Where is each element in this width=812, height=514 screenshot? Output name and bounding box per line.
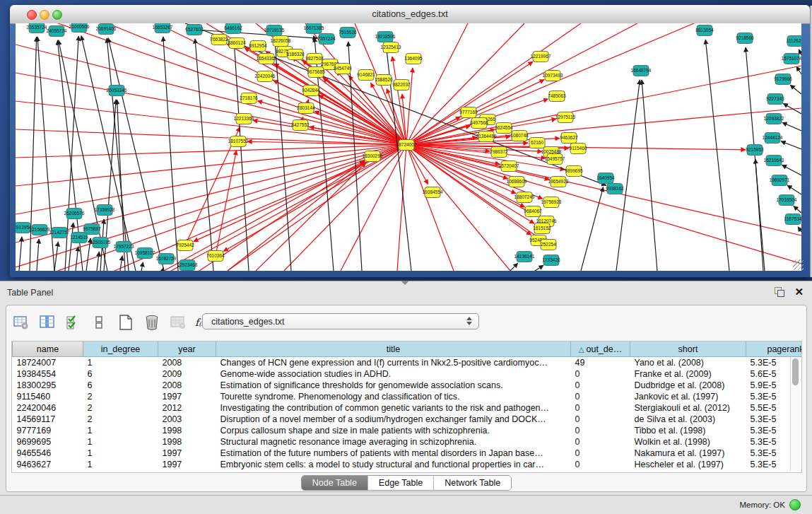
- table-cell[interactable]: Disruption of a novel member of a sodium…: [216, 414, 571, 425]
- network-edge[interactable]: [642, 80, 657, 271]
- table-cell[interactable]: 1997: [158, 459, 216, 470]
- table-cell[interactable]: 14569117: [13, 414, 83, 425]
- table-row[interactable]: 946554611997Estimation of the future num…: [13, 448, 803, 459]
- network-node[interactable]: 12219967: [531, 52, 551, 62]
- table-cell[interactable]: Tourette syndrome. Phenomenology and cla…: [216, 391, 571, 402]
- network-node[interactable]: 16648794: [631, 66, 652, 76]
- network-edge[interactable]: [782, 122, 801, 131]
- network-node[interactable]: 20691406: [96, 24, 117, 35]
- table-cell[interactable]: Franke et al. (2009): [630, 368, 746, 380]
- network-node[interactable]: 15751074: [782, 54, 801, 64]
- network-edge[interactable]: [787, 185, 801, 194]
- network-node[interactable]: 26206576: [64, 209, 85, 219]
- table-cell[interactable]: 0: [571, 402, 630, 414]
- network-node[interactable]: 9115460: [570, 144, 587, 154]
- network-node[interactable]: 10653267: [153, 23, 173, 33]
- network-edge[interactable]: [406, 23, 694, 145]
- network-edge[interactable]: [216, 151, 236, 256]
- table-cell[interactable]: 2008: [158, 357, 216, 369]
- table-cell[interactable]: 9463627: [13, 459, 83, 470]
- network-edge[interactable]: [163, 37, 178, 271]
- column-header-short[interactable]: short: [630, 341, 746, 357]
- column-header-name[interactable]: name: [13, 341, 83, 357]
- network-node[interactable]: 12142757: [49, 228, 70, 238]
- network-node[interactable]: 1640954: [596, 173, 615, 184]
- network-node[interactable]: 7925442: [176, 240, 194, 251]
- network-node[interactable]: 18107552: [228, 136, 249, 147]
- network-node[interactable]: 18226058: [271, 36, 291, 47]
- table-cell[interactable]: 2008: [158, 380, 216, 391]
- tab-edge-table[interactable]: Edge Table: [368, 476, 434, 490]
- table-cell[interactable]: Hescheler et al. (1997): [630, 459, 746, 470]
- network-node[interactable]: 17957223: [114, 242, 134, 252]
- network-node[interactable]: 15720407: [499, 161, 519, 172]
- network-node[interactable]: 1615152: [533, 223, 551, 234]
- column-header-in_degree[interactable]: in_degree: [83, 341, 158, 357]
- table-cell[interactable]: 18300295: [13, 380, 83, 391]
- window-titlebar[interactable]: citations_edges.txt: [10, 5, 810, 24]
- network-node[interactable]: 19892971: [770, 175, 790, 186]
- network-node[interactable]: 1364095: [404, 54, 423, 64]
- network-node[interactable]: 16543362: [257, 54, 277, 64]
- network-edge[interactable]: [406, 145, 801, 264]
- table-cell[interactable]: Dudbridge et al. (2008): [630, 380, 746, 391]
- network-node[interactable]: 21060506: [69, 23, 90, 33]
- network-edge[interactable]: [406, 66, 801, 145]
- network-edge[interactable]: [581, 187, 604, 271]
- table-cell[interactable]: 0: [571, 448, 630, 459]
- network-edge[interactable]: [535, 265, 543, 271]
- network-node[interactable]: 9227343: [766, 94, 784, 105]
- table-settings-icon[interactable]: [12, 313, 30, 332]
- network-node[interactable]: 7357224: [317, 34, 336, 45]
- network-node[interactable]: 17359928: [95, 205, 115, 216]
- table-cell[interactable]: 2012: [158, 402, 216, 414]
- network-node[interactable]: 9129966: [774, 74, 792, 85]
- tab-network-table[interactable]: Network Table: [434, 476, 511, 490]
- network-edge[interactable]: [76, 247, 78, 271]
- network-node[interactable]: 7485063: [548, 91, 566, 102]
- network-node[interactable]: 20535724: [27, 23, 47, 33]
- table-cell[interactable]: Estimation of significance thresholds fo…: [216, 380, 571, 391]
- network-node[interactable]: 9146821: [357, 70, 375, 81]
- network-node[interactable]: 9938162: [606, 184, 624, 194]
- select-column-icon[interactable]: [38, 313, 57, 332]
- network-node[interactable]: 9675685: [307, 67, 325, 78]
- table-scrollbar-thumb[interactable]: [792, 358, 799, 385]
- network-node[interactable]: 9463627: [560, 133, 578, 144]
- table-cell[interactable]: Investigating the contribution of common…: [216, 402, 571, 414]
- unselect-all-icon[interactable]: [90, 313, 109, 332]
- network-node[interactable]: 7986372: [490, 147, 508, 158]
- network-node[interactable]: 16782759: [156, 254, 177, 264]
- table-cell[interactable]: Changes of HCN gene expression and I(f) …: [216, 357, 571, 369]
- network-node[interactable]: 8813054: [695, 25, 714, 36]
- table-row[interactable]: 969969511998Structural magnetic resonanc…: [13, 436, 803, 448]
- network-node[interactable]: 17016504: [777, 195, 797, 206]
- table-cell[interactable]: 22420046: [13, 402, 83, 414]
- network-edge[interactable]: [782, 165, 801, 175]
- network-node[interactable]: 1112625: [787, 36, 801, 47]
- network-edge[interactable]: [16, 45, 406, 145]
- tab-node-table[interactable]: Node Table: [302, 476, 368, 490]
- network-node[interactable]: 19654923: [548, 177, 569, 187]
- network-edge[interactable]: [796, 66, 801, 74]
- network-node[interactable]: 6497568: [470, 118, 488, 129]
- network-node[interactable]: 18300295: [363, 151, 383, 162]
- network-canvas[interactable]: 1872400724055724206914062053572421060506…: [16, 23, 801, 271]
- network-node[interactable]: 1167534: [784, 214, 801, 225]
- column-header-out_de[interactable]: △out_de…: [571, 341, 630, 357]
- table-row[interactable]: 946362711997Embryonic stem cells: a mode…: [13, 459, 803, 470]
- network-edge[interactable]: [746, 47, 765, 271]
- network-node[interactable]: 14136141: [514, 252, 535, 262]
- network-node[interactable]: 20053346: [107, 86, 127, 96]
- table-cell[interactable]: Tibbo et al. (1998): [630, 425, 746, 436]
- table-cell[interactable]: 2003: [158, 414, 216, 425]
- network-node[interactable]: 9777169: [459, 107, 478, 118]
- network-node[interactable]: 1214519: [70, 233, 88, 243]
- table-scrollbar[interactable]: [790, 357, 801, 472]
- network-edge[interactable]: [253, 120, 406, 145]
- network-node[interactable]: 7515526: [339, 28, 357, 38]
- table-cell[interactable]: 0: [571, 425, 630, 436]
- network-node[interactable]: 19218506: [375, 32, 396, 42]
- network-node[interactable]: 8427552: [291, 120, 310, 131]
- table-cell[interactable]: 9777169: [13, 425, 83, 436]
